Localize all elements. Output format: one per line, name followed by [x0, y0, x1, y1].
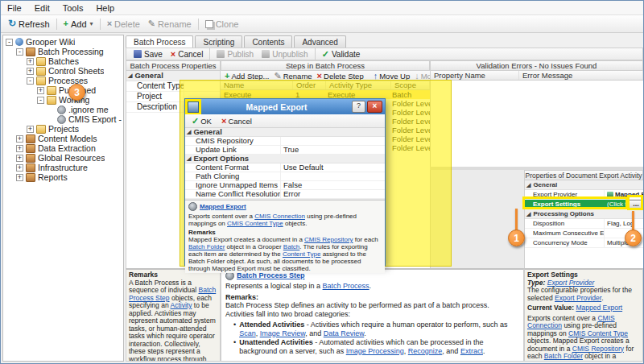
add-icon: + — [225, 72, 229, 81]
tab-advanced[interactable]: Advanced — [294, 35, 345, 48]
rename-label: Rename — [158, 19, 192, 29]
expand-toggle-icon[interactable]: + — [37, 87, 44, 94]
property-row-disposition[interactable]: Disposition Flag, Log — [525, 219, 643, 229]
category-row-general[interactable]: ◢ General — [185, 128, 385, 137]
property-row-ignore-unmapped-items[interactable]: Ignore Unmapped Items False — [185, 181, 385, 190]
menu-tools[interactable]: Tools — [56, 2, 90, 14]
tab-scripting[interactable]: Scripting — [195, 35, 242, 48]
category-row-processing-options[interactable]: ◢ Processing Options — [525, 209, 643, 219]
expand-toggle-icon[interactable]: + — [16, 135, 23, 143]
property-row-cmis-repository[interactable]: CMIS Repository — [185, 137, 385, 146]
publish-button[interactable]: Publish — [213, 50, 258, 59]
add-step-button[interactable]: + Add Step... — [222, 72, 271, 81]
tree-item-batches[interactable]: + Batches — [3, 56, 123, 66]
tree-item-ignore-me[interactable]: .ignore me — [3, 105, 123, 114]
rename-icon: ✎ — [148, 19, 155, 28]
property-label: CMIS Repository — [185, 137, 281, 145]
move-up-button[interactable]: ↑ Move Up — [371, 72, 413, 81]
expand-toggle-icon[interactable]: + — [27, 126, 34, 133]
cancel-button[interactable]: × Cancel — [167, 50, 208, 59]
dialog-ok-button[interactable]: ✓ OK — [189, 117, 214, 126]
validate-label: Validate — [332, 50, 360, 59]
help-paragraph: Exports content over a CMIS Connection u… — [527, 315, 640, 362]
steps-panel-header: Steps in Batch Process — [221, 60, 430, 71]
delete-button[interactable]: × Delete — [103, 19, 144, 30]
category-row-export-options[interactable]: ◢ Export Options — [185, 155, 385, 163]
expand-toggle-icon[interactable]: + — [27, 68, 34, 75]
expand-toggle-icon[interactable]: + — [16, 155, 23, 162]
unpublish-button[interactable]: Unpublish — [258, 50, 312, 59]
dialog-title: Mapped Export — [201, 102, 352, 112]
save-button[interactable]: Save — [130, 50, 167, 59]
dialog-close-button[interactable]: × — [367, 101, 382, 113]
property-label: Project — [126, 92, 184, 101]
folder-icon — [26, 173, 35, 182]
mapped-export-icon — [188, 202, 197, 211]
tree-item-published[interactable]: + Published — [3, 85, 123, 95]
tab-contents[interactable]: Contents — [244, 35, 292, 48]
column-header-error-message[interactable]: Error Message — [519, 71, 643, 80]
menu-edit[interactable]: Edit — [28, 2, 56, 14]
dialog-title-bar[interactable]: Mapped Export ? × — [185, 99, 385, 114]
tree-item-grooper-wiki[interactable]: - Grooper Wiki — [3, 37, 123, 47]
expand-toggle-icon[interactable]: - — [16, 48, 23, 56]
help-paragraph: Exports content over a CMIS Connection u… — [188, 213, 382, 227]
property-value: Error — [281, 190, 385, 198]
activity-property-grid: ◢ General Export Provider Mapped Export … — [524, 180, 643, 268]
tree-item-processes[interactable]: - Processes — [3, 76, 123, 85]
toolbar-separator — [315, 48, 316, 60]
expand-toggle-icon[interactable]: + — [27, 58, 34, 65]
tree-item-label: Batch Processing — [38, 47, 104, 56]
rename-button[interactable]: ✎ Rename — [144, 19, 196, 30]
tree-item-working[interactable]: - Working — [3, 95, 123, 105]
help-paragraph: A Batch Process is a sequence of individ… — [129, 279, 217, 362]
expand-toggle-icon[interactable]: - — [27, 77, 34, 85]
property-row-name-conflict-resolution[interactable]: Name Conflict Resolution Error — [185, 190, 385, 199]
property-label: Update Link — [185, 146, 281, 154]
folder-icon — [36, 125, 46, 134]
tree-item-infrastructure[interactable]: + Infrastructure — [3, 163, 123, 172]
process-icon — [57, 105, 66, 114]
delete-icon: × — [317, 72, 322, 81]
tab-batch-process[interactable]: Batch Process — [126, 35, 193, 48]
delete-step-button[interactable]: × Delete Step — [315, 72, 366, 81]
help-paragraph: Batch Process Step defines an activity t… — [225, 301, 519, 318]
tree-item-data-extraction[interactable]: + Data Extraction — [3, 143, 123, 153]
validate-button[interactable]: ✓ Validate — [318, 50, 365, 59]
refresh-button[interactable]: ↻ Refresh — [4, 19, 54, 30]
cancel-icon: × — [171, 50, 175, 59]
tree-item-control-sheets[interactable]: + Control Sheets — [3, 66, 123, 76]
publish-label: Publish — [227, 50, 254, 59]
expand-toggle-icon[interactable]: + — [16, 145, 23, 152]
unpublish-label: Unpublish — [272, 50, 308, 59]
dialog-help-button[interactable]: ? — [352, 101, 365, 113]
dialog-cancel-button[interactable]: × Cancel — [219, 117, 254, 126]
menu-file[interactable]: File — [1, 2, 28, 14]
clone-button[interactable]: Clone — [201, 19, 243, 30]
help-bullet: • Unattended Activities - Automated acti… — [225, 338, 519, 355]
tree-item-content-models[interactable]: + Content Models — [3, 134, 123, 143]
tree-item-reports[interactable]: + Reports — [3, 172, 123, 182]
save-icon — [134, 50, 142, 58]
rename-step-button[interactable]: ✎ Rename — [271, 72, 314, 81]
tree-item-global-resources[interactable]: + Global Resources — [3, 153, 123, 163]
property-row-content-format[interactable]: Content Format Use Default — [185, 163, 385, 172]
property-row-path-cloning[interactable]: Path Cloning — [185, 172, 385, 181]
tree-item-projects[interactable]: + Projects — [3, 124, 123, 134]
category-row-general[interactable]: ◢ General — [525, 180, 643, 190]
column-header-property-name[interactable]: Property Name — [431, 71, 519, 80]
tree-item-cmis-export-purchase-orders[interactable]: CMIS Export - Purchase Orders — [3, 114, 123, 124]
expand-toggle-icon[interactable]: - — [6, 39, 13, 46]
expand-toggle-icon[interactable]: + — [16, 164, 23, 172]
mapped-export-dialog: Mapped Export ? × ✓ OK × Cancel ◢ Genera… — [184, 98, 386, 266]
help-title-link[interactable]: Mapped Export — [200, 203, 246, 210]
expand-toggle-icon[interactable]: + — [16, 174, 23, 181]
expand-toggle-icon[interactable]: - — [37, 97, 44, 104]
property-label: Content Type — [126, 81, 184, 91]
folder-icon — [47, 86, 56, 95]
callout-2-pointer — [632, 211, 634, 230]
node-tree-panel: - Grooper Wiki - Batch Processing + Batc… — [2, 35, 124, 362]
menu-help[interactable]: Help — [89, 2, 121, 14]
add-button[interactable]: + Add ▾ — [60, 19, 97, 30]
tree-item-batch-processing[interactable]: - Batch Processing — [3, 47, 123, 56]
